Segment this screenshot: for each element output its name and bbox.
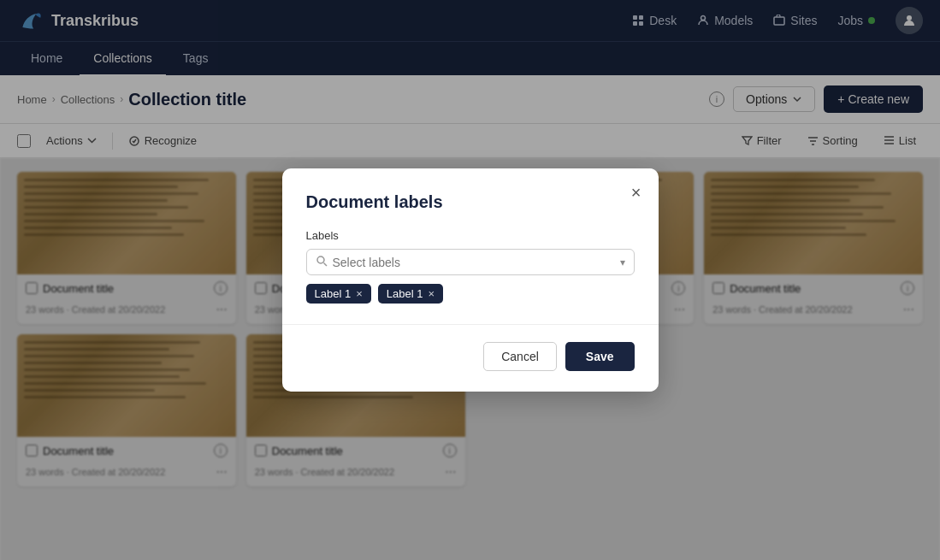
- label-tag-2-text: Label 1: [387, 287, 423, 300]
- labels-search-icon: [316, 255, 328, 269]
- labels-search-input[interactable]: [333, 256, 615, 269]
- label-tag-1: Label 1 ×: [306, 284, 371, 304]
- cancel-button[interactable]: Cancel: [483, 342, 557, 371]
- modal-title: Document labels: [306, 192, 635, 212]
- label-tag-2-remove[interactable]: ×: [428, 287, 435, 300]
- selected-labels: Label 1 × Label 1 ×: [306, 284, 635, 304]
- labels-field-label: Labels: [306, 229, 635, 242]
- modal-close-button[interactable]: ×: [631, 184, 641, 201]
- svg-line-9: [323, 263, 327, 267]
- labels-input-row[interactable]: ▾: [306, 249, 635, 275]
- save-button[interactable]: Save: [565, 342, 635, 371]
- modal-overlay: Document labels × Labels ▾ Label 1 × Lab…: [0, 0, 940, 560]
- svg-point-8: [317, 256, 324, 263]
- modal-footer: Cancel Save: [306, 342, 635, 371]
- labels-dropdown-arrow: ▾: [620, 256, 625, 268]
- document-labels-modal: Document labels × Labels ▾ Label 1 × Lab…: [282, 168, 659, 392]
- label-tag-2: Label 1 ×: [378, 284, 443, 304]
- label-tag-1-text: Label 1: [315, 287, 352, 300]
- label-tag-1-remove[interactable]: ×: [356, 287, 363, 300]
- modal-divider: [282, 324, 659, 325]
